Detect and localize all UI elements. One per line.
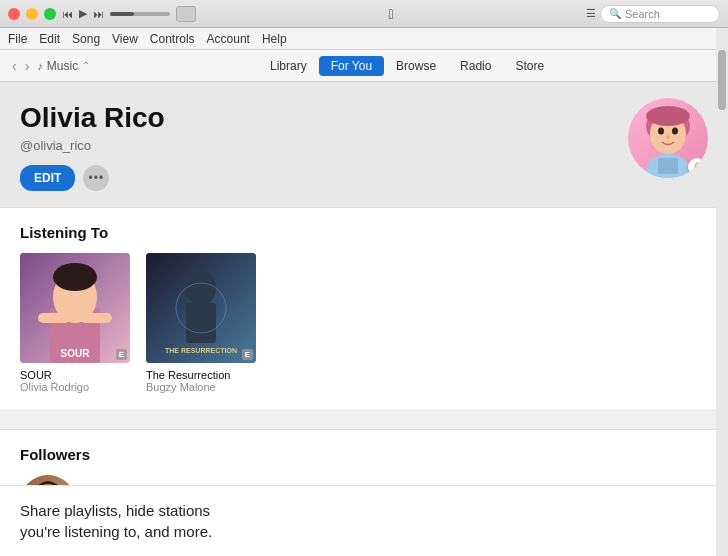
svg-text:SOUR: SOUR [61,348,91,359]
album-artist-resurrection: Bugzy Malone [146,381,256,393]
album-sour[interactable]: SOUR E SOUR Olivia Rodrigo [20,253,130,393]
music-label: Music [47,59,78,73]
menu-bar: File Edit Song View Controls Account Hel… [0,28,728,50]
close-button[interactable] [8,8,20,20]
menu-view[interactable]: View [112,32,138,46]
volume-icon [176,6,196,22]
profile-handle: @olivia_rico [20,138,708,153]
svg-rect-7 [658,158,678,174]
profile-area: Olivia Rico @olivia_rico EDIT ••• [0,82,728,207]
forward-button[interactable]: › [25,58,30,74]
maximize-button[interactable] [44,8,56,20]
volume-slider[interactable] [110,12,170,16]
rewind-button[interactable]: ⏮ [62,8,73,20]
album-artist-sour: Olivia Rodrigo [20,381,130,393]
svg-point-16 [186,270,216,306]
profile-name: Olivia Rico [20,102,708,134]
menu-help[interactable]: Help [262,32,287,46]
window-menu-button[interactable]: ☰ [586,7,596,20]
album-cover-sour: SOUR E [20,253,130,363]
explicit-badge-resurrection: E [242,349,253,360]
search-placeholder: Search [625,8,660,20]
svg-rect-17 [186,303,216,343]
album-resurrection[interactable]: THE RESURRECTION E The Resurrection Bugz… [146,253,256,393]
menu-edit[interactable]: Edit [39,32,60,46]
search-box[interactable]: 🔍 Search [600,5,720,23]
more-options-button[interactable]: ••• [83,165,109,191]
svg-rect-12 [38,313,70,323]
followers-title: Followers [20,446,708,463]
tab-library[interactable]: Library [258,56,319,76]
minimize-button[interactable] [26,8,38,20]
listening-to-section: Listening To [0,207,728,409]
svg-point-11 [53,263,97,291]
share-text: Share playlists, hide stations you're li… [20,500,708,542]
album-title-sour: SOUR [20,369,130,381]
menu-account[interactable]: Account [207,32,250,46]
albums-grid: SOUR E SOUR Olivia Rodrigo [20,253,708,393]
scrollbar[interactable] [716,28,728,556]
music-breadcrumb: ♪ Music ⌃ [37,59,90,73]
apple-logo:  [388,6,393,22]
tab-for-you[interactable]: For You [319,56,384,76]
play-button[interactable]: ▶ [79,7,87,20]
svg-rect-13 [80,313,112,323]
svg-text:THE RESURRECTION: THE RESURRECTION [165,347,237,354]
share-line1: Share playlists, hide stations [20,502,210,519]
title-bar: ⏮ ▶ ⏭  ☰ 🔍 Search [0,0,728,28]
back-button[interactable]: ‹ [12,58,17,74]
profile-avatar: 🔒 [628,98,708,178]
album-title-resurrection: The Resurrection [146,369,256,381]
nav-bar: ‹ › ♪ Music ⌃ Library For You Browse Rad… [0,50,728,82]
share-line2: you're listening to, and more. [20,523,212,540]
lock-badge: 🔒 [688,158,706,176]
svg-point-5 [646,106,690,126]
ellipsis-icon: ••• [89,171,105,185]
scrollbar-thumb[interactable] [718,50,726,110]
explicit-badge-sour: E [116,349,127,360]
menu-controls[interactable]: Controls [150,32,195,46]
menu-file[interactable]: File [8,32,27,46]
svg-point-3 [672,128,678,135]
search-icon: 🔍 [609,8,621,19]
svg-point-4 [666,136,670,139]
tab-browse[interactable]: Browse [384,56,448,76]
tab-store[interactable]: Store [503,56,556,76]
fast-forward-button[interactable]: ⏭ [93,8,104,20]
nav-tabs: Library For You Browse Radio Store [258,56,556,76]
tab-radio[interactable]: Radio [448,56,503,76]
menu-song[interactable]: Song [72,32,100,46]
share-section: Share playlists, hide stations you're li… [0,485,728,556]
album-cover-resurrection: THE RESURRECTION E [146,253,256,363]
listening-to-title: Listening To [20,224,708,241]
edit-button[interactable]: EDIT [20,165,75,191]
svg-point-2 [658,128,664,135]
